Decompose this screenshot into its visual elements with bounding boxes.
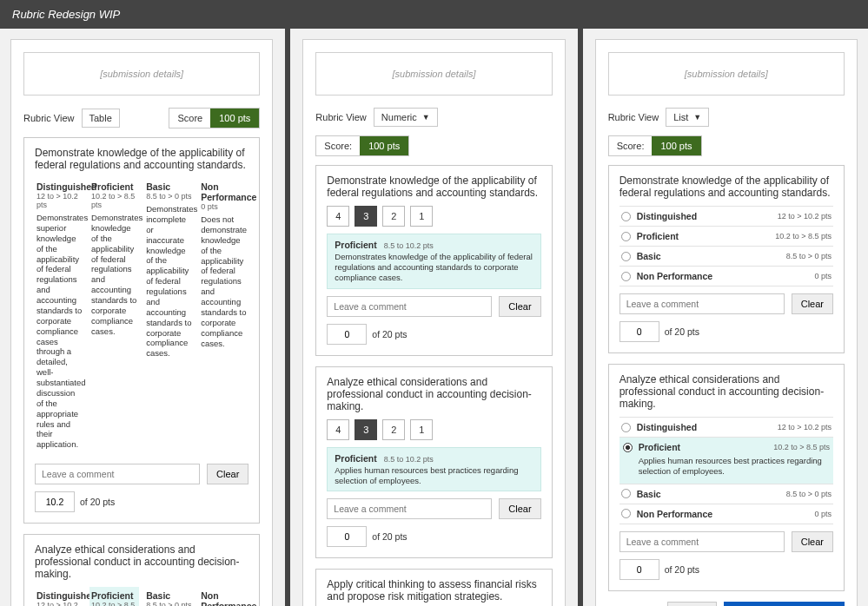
criterion-card: Analyze ethical considerations and profe… bbox=[23, 534, 260, 606]
criterion-card: Demonstrate knowledge of the applicabili… bbox=[315, 165, 552, 356]
criterion-card: Analyze ethical considerations and profe… bbox=[315, 366, 552, 559]
rating-button-1[interactable]: 1 bbox=[410, 419, 433, 440]
chevron-down-icon: ▼ bbox=[693, 113, 701, 122]
comment-input[interactable] bbox=[327, 498, 492, 519]
pane-numeric: [submission details] Rubric View Numeric… bbox=[302, 39, 565, 606]
radio-checked-icon bbox=[623, 443, 633, 452]
points-input[interactable] bbox=[620, 559, 659, 580]
radio-icon bbox=[621, 272, 631, 281]
rating-button-2[interactable]: 2 bbox=[382, 206, 405, 227]
rubric-view-label: Rubric View bbox=[315, 112, 367, 122]
criterion-title: Analyze ethical considerations and profe… bbox=[327, 376, 540, 412]
level-cell[interactable]: Basic 8.5 to > 0 pts Demonstrates incomp… bbox=[144, 178, 194, 455]
level-row-selected[interactable]: Proficient 10.2 to > 8.5 pts Applies hum… bbox=[620, 438, 833, 484]
radio-icon bbox=[621, 212, 631, 221]
pane-list: [submission details] Rubric View List ▼ … bbox=[595, 39, 858, 606]
rubric-view-label: Rubric View bbox=[23, 113, 75, 123]
radio-icon bbox=[621, 232, 631, 241]
clear-button[interactable]: Clear bbox=[499, 498, 540, 519]
level-row[interactable]: Distinguished 12 to > 10.2 pts bbox=[620, 207, 833, 227]
cancel-button[interactable]: Cancel bbox=[667, 602, 716, 606]
pane-table: [submission details] Rubric View Table S… bbox=[10, 39, 273, 606]
pane-divider bbox=[578, 29, 583, 606]
level-row[interactable]: Distinguished 12 to > 10.2 pts bbox=[620, 418, 833, 438]
rating-detail: Proficient 8.5 to 10.2 pts Applies human… bbox=[327, 447, 540, 492]
rating-button-4[interactable]: 4 bbox=[327, 419, 349, 440]
criterion-card: Analyze ethical considerations and profe… bbox=[608, 364, 845, 591]
rating-button-3[interactable]: 3 bbox=[354, 206, 377, 227]
clear-button[interactable]: Clear bbox=[792, 293, 833, 314]
level-cell[interactable]: Proficient 10.2 to > 8.5 pts Demonstrate… bbox=[89, 178, 139, 455]
rubric-view-select[interactable]: List ▼ bbox=[666, 108, 709, 127]
level-cell[interactable]: Non Performance 0 pts Does not demonstra… bbox=[199, 178, 248, 455]
level-cell[interactable]: Basic 8.5 to > 0 pts Shows a limited or … bbox=[144, 587, 194, 606]
level-cell[interactable]: Non Performance 0 pts Fails to demonstra… bbox=[199, 587, 248, 606]
comment-input[interactable] bbox=[35, 464, 200, 484]
level-row[interactable]: Basic 8.5 to > 0 pts bbox=[620, 247, 833, 267]
submission-placeholder: [submission details] bbox=[315, 52, 552, 96]
criterion-title: Analyze ethical considerations and profe… bbox=[35, 543, 248, 580]
app-title: Rubric Redesign WIP bbox=[0, 0, 868, 29]
canvas: [submission details] Rubric View Table S… bbox=[0, 29, 868, 606]
radio-icon bbox=[621, 489, 631, 498]
level-cell-selected[interactable]: Proficient 10.2 to > 8.5 pts Demonstrate… bbox=[89, 587, 139, 606]
comment-input[interactable] bbox=[327, 296, 492, 317]
points-input[interactable] bbox=[620, 321, 659, 342]
chevron-down-icon: ▼ bbox=[422, 113, 430, 122]
comment-input[interactable] bbox=[620, 293, 785, 314]
pane-divider bbox=[285, 29, 290, 606]
submission-placeholder: [submission details] bbox=[608, 52, 845, 96]
clear-button[interactable]: Clear bbox=[499, 296, 540, 317]
clear-button[interactable]: Clear bbox=[207, 464, 248, 484]
rubric-view-select[interactable]: Numeric ▼ bbox=[374, 108, 438, 127]
clear-button[interactable]: Clear bbox=[792, 531, 833, 552]
rating-button-4[interactable]: 4 bbox=[327, 206, 349, 227]
score-chip: Score: 100 pts bbox=[315, 135, 409, 156]
criterion-card: Apply critical thinking to assess financ… bbox=[315, 569, 552, 606]
criterion-title: Analyze ethical considerations and profe… bbox=[620, 373, 833, 410]
score-chip: Score: 100 pts bbox=[608, 135, 702, 156]
rating-button-1[interactable]: 1 bbox=[410, 206, 433, 227]
rating-detail: Proficient 8.5 to 10.2 pts Demonstrates … bbox=[327, 234, 540, 289]
submission-placeholder: [submission details] bbox=[23, 52, 260, 96]
level-row[interactable]: Proficient 10.2 to > 8.5 pts bbox=[620, 227, 833, 247]
rubric-view-label: Rubric View bbox=[608, 112, 659, 122]
level-cell[interactable]: Distinguished 12 to > 10.2 pts Demonstra… bbox=[35, 178, 84, 455]
rating-button-2[interactable]: 2 bbox=[382, 419, 405, 440]
radio-icon bbox=[621, 423, 631, 432]
save-submit-button[interactable]: Save and Submit Grade bbox=[724, 602, 845, 606]
score-chip: Score 100 pts bbox=[169, 108, 260, 128]
criterion-title: Demonstrate knowledge of the applicabili… bbox=[35, 147, 248, 171]
radio-icon bbox=[621, 252, 631, 261]
points-input[interactable] bbox=[327, 526, 367, 547]
level-row[interactable]: Basic 8.5 to > 0 pts bbox=[620, 484, 833, 504]
criterion-card: Demonstrate knowledge of the applicabili… bbox=[608, 165, 845, 353]
rubric-view-select[interactable]: Table bbox=[82, 109, 120, 128]
comment-input[interactable] bbox=[620, 531, 785, 552]
radio-icon bbox=[621, 509, 631, 518]
points-input[interactable] bbox=[35, 491, 75, 512]
criterion-title: Apply critical thinking to assess financ… bbox=[327, 578, 540, 603]
criterion-title: Demonstrate knowledge of the applicabili… bbox=[620, 175, 833, 199]
criterion-title: Demonstrate knowledge of the applicabili… bbox=[327, 175, 540, 199]
level-cell[interactable]: Distinguished 12 to > 10.2 pts Provides … bbox=[35, 587, 84, 606]
rating-button-3[interactable]: 3 bbox=[354, 419, 377, 440]
criterion-card: Demonstrate knowledge of the applicabili… bbox=[23, 137, 260, 524]
level-row[interactable]: Non Performance 0 pts bbox=[620, 504, 833, 524]
points-input[interactable] bbox=[327, 324, 367, 345]
level-row[interactable]: Non Performance 0 pts bbox=[620, 267, 833, 287]
